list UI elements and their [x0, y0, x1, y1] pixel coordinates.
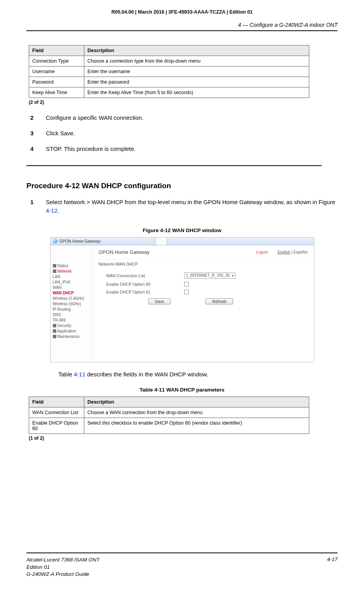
form-row-opt61: Enable DHCP Option 61	[99, 290, 308, 294]
procedure-rule	[26, 165, 322, 166]
figure-caption: Figure 4-12 WAN DHCP window	[26, 227, 338, 233]
lang-espanol-link[interactable]: Español	[293, 250, 307, 254]
form-label: Enable DHCP Option 61	[99, 290, 184, 294]
cell-desc: Select this checkbox to enable DHCP Opti…	[84, 418, 309, 434]
page-number: 4-17	[327, 556, 338, 578]
sidebar-item-wireless-5[interactable]: Wireless (5GHz)	[51, 301, 92, 307]
table-ref-link[interactable]: 4-11	[74, 371, 85, 378]
sidebar: Status Network LAN LAN_IPv6 WAN WAN DHCP…	[51, 245, 92, 362]
figure-wan-dhcp-window: GPON Home Gateway Status Network LAN LAN…	[50, 237, 314, 362]
dhcp-option-60-checkbox[interactable]	[184, 282, 189, 287]
browser-tab-title: GPON Home Gateway	[59, 239, 101, 243]
cell-field: Keep Alive Time	[29, 87, 84, 98]
button-row: Save Refresh	[148, 298, 308, 304]
procedure-heading: Procedure 4-12 WAN DHCP configuration	[26, 182, 338, 190]
table-row: Connection Type Choose a connection type…	[29, 56, 309, 66]
th-field: Field	[29, 45, 84, 56]
step-item: 2 Configure a specific WAN connection.	[30, 114, 338, 122]
breadcrumb: Network>WAN DHCP	[99, 262, 308, 266]
sidebar-item-lan[interactable]: LAN	[51, 274, 92, 280]
sidebar-item-ip-routing[interactable]: IP Routing	[51, 307, 92, 312]
sidebar-label: Network	[57, 269, 72, 273]
step-text: Select Network > WAN DHCP from the top-l…	[46, 198, 338, 215]
sidebar-label: Status	[57, 264, 68, 268]
sidebar-section-application[interactable]: Application	[51, 329, 92, 334]
sidebar-item-tr069[interactable]: TR-069	[51, 318, 92, 323]
after-figure-text: Table 4-11 describes the fields in the W…	[58, 371, 338, 378]
cell-desc: Enter the username	[84, 66, 309, 77]
steps-list-b: 1 Select Network > WAN DHCP from the top…	[30, 198, 338, 215]
sidebar-item-wan[interactable]: WAN	[51, 285, 92, 290]
square-icon	[53, 329, 56, 333]
cell-field: WAN Connection List	[29, 407, 84, 418]
step-text-post: .	[57, 207, 59, 214]
footer-line-2: Edition 01	[26, 564, 99, 571]
sidebar-item-lan-ipv6[interactable]: LAN_IPv6	[51, 280, 92, 285]
table-row: Keep Alive Time Enter the Keep Alive Tim…	[29, 87, 309, 98]
form-label: Enable DHCP Option 60	[99, 282, 184, 287]
step-text-pre: Select Network > WAN DHCP from the top-l…	[46, 199, 335, 205]
square-icon	[53, 335, 56, 338]
cell-field: Connection Type	[29, 56, 84, 66]
footer-line-3: G-240WZ-A Product Guide	[26, 571, 99, 578]
param-table-b: Field Description WAN Connection List Ch…	[29, 397, 309, 434]
step-text: STOP. This procedure is complete.	[46, 145, 338, 153]
logout-link[interactable]: Logout	[256, 250, 268, 254]
step-item: 1 Select Network > WAN DHCP from the top…	[30, 198, 338, 215]
wan-connection-select[interactable]: 1_INTERNET_R_VID_30	[184, 273, 235, 279]
table-row: Password Enter the password	[29, 77, 309, 87]
dhcp-option-61-checkbox[interactable]	[184, 290, 189, 294]
banner: GPON Home Gateway Logout English | Españ…	[99, 249, 308, 259]
form-row-opt60: Enable DHCP Option 60	[99, 282, 308, 287]
step-number: 2	[30, 114, 46, 121]
step-item: 4 STOP. This procedure is complete.	[30, 145, 338, 153]
table-row: Enable DHCP Option 60 Select this checkb…	[29, 418, 309, 434]
footer-line-1: Alcatel-Lucent 7368 ISAM ONT	[26, 556, 99, 563]
th-field: Field	[29, 397, 84, 407]
cell-desc: Enter the password	[84, 77, 309, 87]
table-a-note: (2 of 2)	[29, 100, 338, 105]
browser-tab-edge	[155, 238, 167, 245]
step-item: 3 Click Save.	[30, 129, 338, 138]
figure-ref-link[interactable]: 4-12	[46, 207, 57, 214]
th-desc: Description	[84, 397, 309, 407]
main-panel: GPON Home Gateway Logout English | Españ…	[92, 245, 314, 362]
table-b-caption: Table 4-11 WAN DHCP parameters	[26, 387, 338, 393]
step-text: Click Save.	[46, 129, 338, 138]
sidebar-label: Maintenance	[57, 334, 80, 339]
cell-desc: Enter the Keep Alive Time (from 5 to 60 …	[84, 87, 309, 98]
sidebar-section-status[interactable]: Status	[51, 263, 92, 269]
sidebar-section-network[interactable]: Network	[51, 269, 92, 274]
sidebar-section-maintenance[interactable]: Maintenance	[51, 334, 92, 339]
sidebar-section-security[interactable]: Security	[51, 323, 92, 329]
step-number: 4	[30, 145, 46, 152]
sidebar-item-wan-dhcp[interactable]: WAN DHCP	[51, 290, 92, 296]
refresh-button[interactable]: Refresh	[206, 298, 233, 304]
lang-english-link[interactable]: English	[277, 250, 290, 254]
cell-desc: Choose a WAN connection from the drop-do…	[84, 407, 309, 418]
doc-meta-line: R05.04.00 | March 2016 | 3FE-45933-AAAA-…	[26, 9, 338, 15]
form-label: WAN Connection List	[99, 273, 184, 278]
globe-icon	[53, 239, 57, 243]
header-rule	[26, 30, 338, 31]
sidebar-label: Application	[57, 329, 77, 333]
sidebar-item-dns[interactable]: DNS	[51, 312, 92, 318]
cell-field: Username	[29, 66, 84, 77]
table-row: WAN Connection List Choose a WAN connect…	[29, 407, 309, 418]
cell-field: Enable DHCP Option 60	[29, 418, 84, 434]
sidebar-label: Security	[57, 323, 71, 328]
cell-desc: Choose a connection type from the drop-d…	[84, 56, 309, 66]
save-button[interactable]: Save	[148, 298, 171, 304]
text-post: describes the fields in the WAN DHCP win…	[85, 371, 208, 378]
th-desc: Description	[84, 45, 309, 56]
table-b-note: (1 of 2)	[29, 435, 338, 441]
sidebar-item-wireless-24[interactable]: Wireless (2.4GHz)	[51, 296, 92, 301]
form-row-wan-conn: WAN Connection List 1_INTERNET_R_VID_30	[99, 273, 308, 279]
browser-titlebar: GPON Home Gateway	[51, 238, 314, 245]
steps-list-a: 2 Configure a specific WAN connection. 3…	[30, 114, 338, 153]
table-row: Username Enter the username	[29, 66, 309, 77]
page-footer: Alcatel-Lucent 7368 ISAM ONT Edition 01 …	[26, 553, 338, 578]
square-icon	[53, 324, 56, 327]
step-text: Configure a specific WAN connection.	[46, 114, 338, 122]
square-icon	[53, 264, 56, 268]
